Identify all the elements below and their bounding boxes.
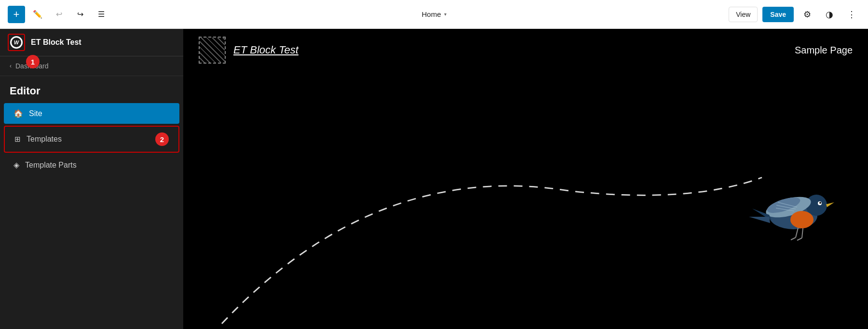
canvas-header: ET Block Test Sample Page — [183, 29, 868, 71]
templates-nav-label: Templates — [27, 135, 147, 144]
canvas-body — [183, 71, 868, 328]
svg-point-4 — [819, 202, 821, 204]
chevron-down-icon: ▾ — [444, 12, 447, 17]
chevron-left-icon: ‹ — [10, 63, 12, 69]
bird-illustration — [745, 177, 841, 250]
canvas-logo-area: ET Block Test — [199, 37, 298, 64]
sidebar: ET Block Test 1 ‹ Dashboard Editor 🏠 Sit… — [0, 29, 183, 329]
toolbar-left: + ✏️ ↩ ↪ ☰ — [8, 6, 110, 23]
canvas-content: ET Block Test Sample Page — [183, 29, 868, 329]
wp-logo-inner — [10, 36, 23, 49]
canvas-logo-inner — [200, 38, 225, 63]
canvas-logo-placeholder — [199, 37, 226, 64]
view-button[interactable]: View — [729, 7, 758, 22]
template-parts-nav-label: Template Parts — [25, 161, 77, 170]
badge-1: 1 — [26, 55, 40, 68]
redo-button[interactable]: ↪ — [71, 6, 89, 23]
svg-line-14 — [802, 228, 803, 238]
sidebar-header: ET Block Test 1 — [0, 29, 183, 56]
editor-label: Editor — [0, 76, 183, 102]
svg-point-7 — [790, 211, 814, 228]
more-options-icon[interactable]: ⋮ — [843, 6, 860, 23]
canvas-site-title: ET Block Test — [233, 44, 298, 56]
toolbar-right: View Save ⚙ ◑ ⋮ — [729, 6, 860, 23]
canvas-area: ET Block Test Sample Page — [183, 29, 868, 329]
sidebar-item-templates[interactable]: ⊞ Templates 2 — [4, 126, 179, 153]
template-parts-nav-icon: ◈ — [14, 160, 19, 170]
svg-marker-2 — [826, 202, 834, 207]
home-button[interactable]: Home ▾ — [416, 7, 452, 21]
site-nav-label: Site — [29, 109, 42, 118]
edit-tool-button[interactable]: ✏️ — [29, 6, 46, 23]
toolbar-center: Home ▾ — [416, 7, 452, 21]
svg-line-16 — [797, 238, 802, 240]
sidebar-item-site[interactable]: 🏠 Site — [4, 103, 179, 124]
home-nav-icon: 🏠 — [14, 109, 23, 118]
undo-button[interactable]: ↩ — [50, 6, 68, 23]
main-area: ET Block Test 1 ‹ Dashboard Editor 🏠 Sit… — [0, 29, 868, 329]
settings-icon[interactable]: ⚙ — [799, 6, 816, 23]
home-label: Home — [421, 10, 441, 18]
svg-line-13 — [796, 228, 798, 237]
save-button[interactable]: Save — [762, 7, 794, 22]
wordpress-logo[interactable] — [8, 34, 25, 51]
add-block-button[interactable]: + — [8, 6, 25, 23]
contrast-icon[interactable]: ◑ — [821, 6, 838, 23]
badge-2: 2 — [155, 132, 169, 146]
svg-marker-9 — [749, 217, 770, 223]
svg-line-15 — [791, 237, 796, 240]
templates-nav-icon: ⊞ — [14, 135, 21, 144]
sidebar-item-template-parts[interactable]: ◈ Template Parts — [4, 155, 179, 175]
site-title: ET Block Test — [31, 38, 81, 47]
list-view-button[interactable]: ☰ — [93, 6, 110, 23]
top-toolbar: + ✏️ ↩ ↪ ☰ Home ▾ View Save ⚙ ◑ ⋮ — [0, 0, 868, 29]
canvas-nav-link: Sample Page — [795, 45, 853, 56]
